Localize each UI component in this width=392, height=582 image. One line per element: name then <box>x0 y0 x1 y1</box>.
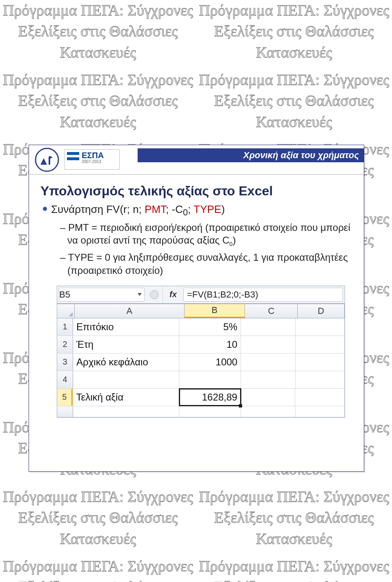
espa-years: 2007-2013 <box>82 159 101 164</box>
watermark: Πρόγραμμα ΠΕΓΑ: Σύγχρονες Εξελίξεις στις… <box>196 486 392 549</box>
svg-point-0 <box>36 148 58 171</box>
excel-column-headers: A B C D <box>57 304 345 318</box>
cell-D6[interactable] <box>296 406 345 417</box>
slide-card: ΕΣΠΑ 2007-2013 Χρονική αξία του χρήματος… <box>29 145 364 472</box>
cell-D4[interactable] <box>296 371 345 388</box>
formula-part: Συνάρτηση FV(r; n; <box>51 203 145 215</box>
row-header[interactable]: 2 <box>57 336 73 353</box>
sub-bullet-1: PMT = περιοδική εισροή/εκροή (προαιρετικ… <box>60 221 356 248</box>
cell-B1[interactable]: 5% <box>179 318 241 336</box>
excel-formula-bar: B5 fx =FV(B1;B2;0;-B3) <box>57 286 345 304</box>
cell-A1[interactable]: Επιτόκιο <box>73 318 179 336</box>
greek-flag-icon <box>67 152 79 160</box>
cell-C2[interactable] <box>241 336 295 353</box>
slide-title: Υπολογισμός τελικής αξίας στο Excel <box>40 184 356 199</box>
cell-A3[interactable]: Αρχικό κεφάλαιο <box>73 354 179 371</box>
cell-D5[interactable] <box>295 389 345 406</box>
watermark: Πρόγραμμα ΠΕΓΑ: Σύγχρονες Εξελίξεις στις… <box>0 486 196 549</box>
watermark: Πρόγραμμα ΠΕΓΑ: Σύγχρονες Εξελίξεις στις… <box>196 556 392 582</box>
cell-C1[interactable] <box>241 318 295 336</box>
formula-part: ; <box>188 203 194 215</box>
excel-row-partial <box>57 406 345 417</box>
cell-B4[interactable] <box>179 371 241 388</box>
excel-row: 5 Τελική αξία 1628,89 <box>57 389 345 406</box>
excel-grid: A B C D 1 Επιτόκιο 5% 2 Έτη <box>57 304 345 417</box>
espa-brand: ΕΣΠΑ <box>82 151 104 160</box>
cell-C3[interactable] <box>241 354 295 371</box>
col-header-A[interactable]: A <box>75 304 185 318</box>
cell-B3[interactable]: 1000 <box>179 354 241 371</box>
excel-screenshot: B5 fx =FV(B1;B2;0;-B3) A B <box>57 286 345 418</box>
cell-C4[interactable] <box>241 371 295 388</box>
cell-C5[interactable] <box>241 389 295 406</box>
sub-bullet-2: TYPE = 0 για ληξιπρόθεσμες συναλλαγές, 1… <box>60 251 356 276</box>
formula-part: ) <box>221 203 225 215</box>
sub1-sub: 0 <box>229 241 233 247</box>
cancel-circle-icon[interactable] <box>150 290 159 299</box>
bullet-1: Συνάρτηση FV(r; n; PMT; ‑C0; TYPE) <box>43 203 356 218</box>
espa-logo: ΕΣΠΑ 2007-2013 <box>64 149 120 170</box>
header-divider <box>29 174 364 175</box>
row-header[interactable]: 1 <box>57 318 73 336</box>
row-header[interactable]: 3 <box>57 354 73 371</box>
cell-A2[interactable]: Έτη <box>73 336 179 353</box>
excel-name-box[interactable]: B5 <box>59 288 145 302</box>
bullet-dot-icon <box>43 207 47 211</box>
sub2-text: TYPE = 0 για ληξιπρόθεσμες συναλλαγές, 1… <box>67 252 348 275</box>
col-header-C[interactable]: C <box>245 304 298 318</box>
cell-D1[interactable] <box>296 318 345 336</box>
dropdown-icon[interactable] <box>138 293 142 296</box>
cell-A6[interactable] <box>73 406 179 417</box>
row-header[interactable] <box>57 406 73 417</box>
cell-D3[interactable] <box>296 354 345 371</box>
col-header-D[interactable]: D <box>298 304 345 318</box>
bullet-1-text: Συνάρτηση FV(r; n; PMT; ‑C0; TYPE) <box>51 203 225 218</box>
formula-pmt: PMT <box>145 203 166 215</box>
watermark: Πρόγραμμα ΠΕΓΑ: Σύγχρονες Εξελίξεις στις… <box>0 69 196 132</box>
cell-D2[interactable] <box>296 336 345 353</box>
excel-formula-input[interactable]: =FV(B1;B2;0;-B3) <box>183 288 343 302</box>
fx-label[interactable]: fx <box>163 286 183 303</box>
formula-sub0: 0 <box>183 207 188 217</box>
watermark: Πρόγραμμα ΠΕΓΑ: Σύγχρονες Εξελίξεις στις… <box>0 0 196 63</box>
sub1-text: PMT = περιοδική εισροή/εκροή (προαιρετικ… <box>67 222 350 246</box>
cell-A5[interactable]: Τελική αξία <box>73 389 179 406</box>
slide-body: Υπολογισμός τελικής αξίας στο Excel Συνά… <box>29 175 364 418</box>
excel-row: 3 Αρχικό κεφάλαιο 1000 <box>57 354 345 371</box>
cell-A4[interactable] <box>73 371 179 388</box>
name-box-value: B5 <box>59 289 70 300</box>
watermark: Πρόγραμμα ΠΕΓΑ: Σύγχρονες Εξελίξεις στις… <box>0 556 196 582</box>
header-bar-text: Χρονική αξία του χρήματος <box>243 150 359 161</box>
row-header[interactable]: 4 <box>57 371 73 388</box>
slide-header: ΕΣΠΑ 2007-2013 Χρονική αξία του χρήματος <box>29 145 364 175</box>
watermark: Πρόγραμμα ΠΕΓΑ: Σύγχρονες Εξελίξεις στις… <box>196 0 392 63</box>
watermark: Πρόγραμμα ΠΕΓΑ: Σύγχρονες Εξελίξεις στις… <box>196 69 392 132</box>
excel-fx-button-area <box>146 286 163 303</box>
formula-part: ; ‑C <box>166 203 183 215</box>
header-bar: Χρονική αξία του χρήματος <box>138 148 364 162</box>
cell-B5-selected[interactable]: 1628,89 <box>179 389 241 406</box>
select-all-corner[interactable] <box>57 304 75 318</box>
sub1-post: ) <box>233 235 236 246</box>
cell-C6[interactable] <box>241 406 295 417</box>
program-logo-icon <box>32 147 62 173</box>
cell-B2[interactable]: 10 <box>179 336 241 353</box>
formula-type: TYPE <box>194 203 221 215</box>
excel-row: 1 Επιτόκιο 5% <box>57 318 345 336</box>
page: Πρόγραμμα ΠΕΓΑ: Σύγχρονες Εξελίξεις στις… <box>0 0 392 582</box>
col-header-B[interactable]: B <box>185 304 245 318</box>
cell-B6[interactable] <box>179 406 241 417</box>
excel-row: 4 <box>57 371 345 389</box>
excel-row: 2 Έτη 10 <box>57 336 345 354</box>
formula-text: =FV(B1;B2;0;-B3) <box>187 289 258 300</box>
row-header[interactable]: 5 <box>57 389 73 406</box>
